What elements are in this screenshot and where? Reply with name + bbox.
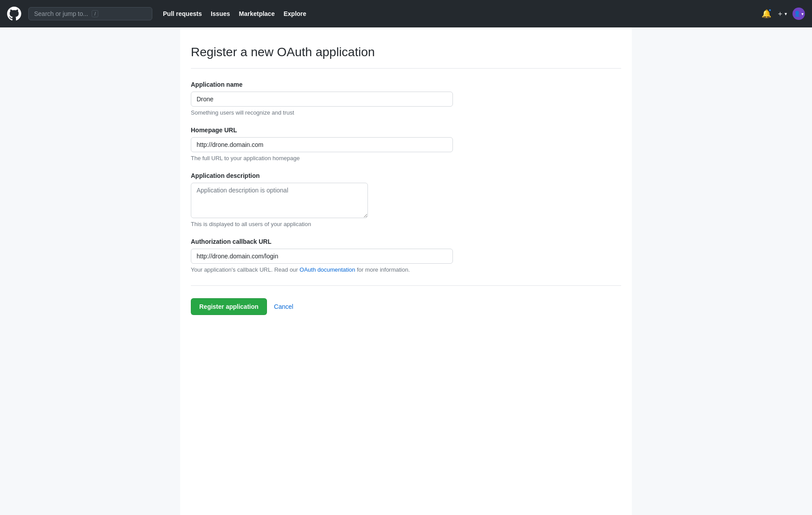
search-kbd-shortcut: /	[92, 10, 98, 17]
navbar-right-section: 🔔 ＋ ▾ 👤 ▾	[762, 8, 805, 20]
oauth-documentation-link[interactable]: OAuth documentation	[300, 266, 356, 273]
page-title: Register a new OAuth application	[191, 45, 621, 59]
search-bar[interactable]: Search or jump to... /	[28, 7, 152, 20]
cancel-link[interactable]: Cancel	[274, 303, 294, 310]
app-name-section: Application name Something users will re…	[191, 81, 621, 116]
app-description-textarea[interactable]	[191, 183, 368, 218]
callback-url-label: Authorization callback URL	[191, 238, 621, 245]
nav-explore[interactable]: Explore	[283, 10, 306, 17]
nav-pull-requests[interactable]: Pull requests	[163, 10, 202, 17]
github-logo-icon[interactable]	[7, 7, 21, 21]
homepage-url-input[interactable]	[191, 137, 453, 152]
app-name-label: Application name	[191, 81, 621, 88]
app-description-label: Application description	[191, 172, 621, 179]
app-description-hint: This is displayed to all users of your a…	[191, 221, 621, 227]
nav-issues[interactable]: Issues	[211, 10, 230, 17]
homepage-url-label: Homepage URL	[191, 127, 621, 134]
create-new-button[interactable]: ＋ ▾	[777, 9, 787, 19]
homepage-url-hint: The full URL to your application homepag…	[191, 155, 621, 161]
plus-icon: ＋	[777, 9, 784, 19]
homepage-url-section: Homepage URL The full URL to your applic…	[191, 127, 621, 161]
main-content: Register a new OAuth application Applica…	[180, 27, 632, 515]
callback-url-input[interactable]	[191, 249, 453, 264]
bottom-divider	[191, 285, 621, 286]
chevron-down-icon: ▾	[785, 11, 787, 17]
notifications-icon[interactable]: 🔔	[762, 9, 771, 19]
callback-url-section: Authorization callback URL Your applicat…	[191, 238, 621, 273]
avatar-chevron: ▾	[801, 12, 804, 16]
notification-badge	[768, 8, 772, 12]
nav-links: Pull requests Issues Marketplace Explore	[163, 10, 306, 17]
app-name-input[interactable]	[191, 92, 453, 107]
app-description-section: Application description This is displaye…	[191, 172, 621, 227]
form-actions: Register application Cancel	[191, 298, 621, 315]
callback-hint-suffix: for more information.	[355, 266, 410, 273]
navbar: Search or jump to... / Pull requests Iss…	[0, 0, 812, 27]
app-name-hint: Something users will recognize and trust	[191, 109, 621, 116]
search-placeholder-text: Search or jump to...	[34, 10, 88, 17]
top-divider	[191, 68, 621, 69]
nav-marketplace[interactable]: Marketplace	[239, 10, 275, 17]
register-application-button[interactable]: Register application	[191, 298, 267, 315]
callback-url-hint: Your application's callback URL. Read ou…	[191, 266, 621, 273]
callback-hint-prefix: Your application's callback URL. Read ou…	[191, 266, 300, 273]
user-avatar[interactable]: 👤 ▾	[793, 8, 805, 20]
avatar-image: 👤	[794, 11, 800, 17]
